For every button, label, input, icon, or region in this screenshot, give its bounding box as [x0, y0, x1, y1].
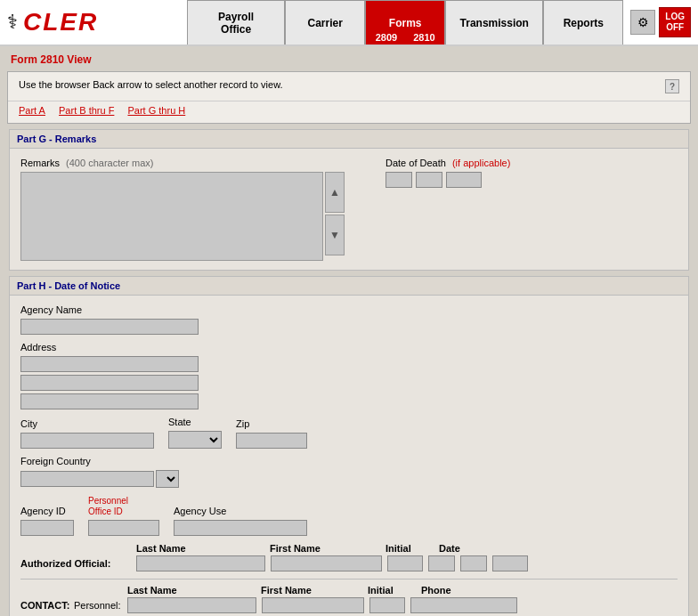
address-row: Address — [20, 342, 678, 409]
agency-name-label: Agency Name — [20, 304, 678, 315]
col-date-label: Date — [439, 543, 492, 554]
gear-icon: ⚙ — [637, 15, 649, 29]
agency-id-group: Agency ID — [20, 506, 74, 536]
personnel-contact-inputs — [127, 597, 517, 613]
date-death-month[interactable] — [386, 172, 412, 188]
personnel-sub-label: Personnel: — [74, 600, 127, 611]
nav-part-b-f[interactable]: Part B thru F — [59, 105, 114, 116]
agency-name-input[interactable] — [20, 319, 199, 335]
city-input[interactable] — [20, 433, 154, 449]
auth-col-headers: Last Name First Name Initial Date — [20, 543, 678, 554]
address-line3-input[interactable] — [20, 393, 199, 409]
info-box: Use the browser Back arrow to select ano… — [8, 72, 690, 101]
tab-forms[interactable]: Forms 2809 2810 — [365, 0, 445, 45]
logoff-button[interactable]: LOG OFF — [659, 7, 691, 37]
tab-carrier[interactable]: Carrier — [285, 0, 365, 45]
auth-date-y-input[interactable] — [492, 555, 528, 571]
part-g-content: Remarks (400 character max) ▲ ▼ Date of … — [10, 149, 688, 270]
auth-date-d-input[interactable] — [460, 555, 487, 571]
zip-group: Zip — [236, 418, 307, 449]
nav-part-g-h[interactable]: Part G thru H — [127, 105, 185, 116]
state-label: State — [168, 417, 222, 427]
contact-last-hdr: Last Name — [127, 585, 261, 596]
auth-initial-input[interactable] — [387, 555, 423, 571]
scroll-up-button[interactable]: ▲ — [325, 172, 345, 213]
agency-name-row: Agency Name — [20, 304, 678, 335]
col-initial-label: Initial — [386, 543, 439, 554]
part-h-header: Part H - Date of Notice — [10, 277, 688, 296]
foreign-country-row: Foreign Country — [20, 456, 678, 488]
date-death-label: Date of Death (if applicable) — [386, 158, 678, 168]
part-h-content: Agency Name Address City State — [10, 296, 688, 616]
help-icon[interactable]: ? — [665, 79, 679, 93]
contact-first-hdr: First Name — [261, 585, 368, 596]
right-controls: ⚙ LOG OFF — [623, 0, 698, 45]
city-state-zip-row: City State Zip — [20, 417, 678, 449]
agency-use-group: Agency Use — [174, 506, 307, 536]
agency-use-input[interactable] — [174, 520, 307, 536]
contact-initial-hdr: Initial — [368, 585, 421, 596]
contact-personnel-row: CONTACT: Personnel: — [20, 597, 678, 613]
scroll-buttons: ▲ ▼ — [325, 172, 345, 261]
nav-part-a[interactable]: Part A — [19, 105, 45, 116]
remarks-textarea[interactable] — [20, 172, 323, 261]
personnel-first-name-input[interactable] — [262, 597, 364, 613]
date-death-day[interactable] — [416, 172, 442, 188]
city-label: City — [20, 418, 154, 429]
auth-first-name-input[interactable] — [271, 555, 382, 571]
contact-col-headers: Last Name First Name Initial Phone — [20, 585, 678, 596]
logo-area: ⚕ CLER — [0, 0, 187, 45]
remarks-wrapper: ▲ ▼ — [20, 172, 350, 261]
page-content: Form 2810 View Use the browser Back arro… — [0, 46, 698, 616]
caduceus-icon: ⚕ — [7, 11, 18, 34]
zip-label: Zip — [236, 418, 307, 429]
tab-payroll-office[interactable]: Payroll Office — [187, 0, 285, 45]
date-death-inputs — [386, 172, 678, 188]
settings-button[interactable]: ⚙ — [630, 10, 655, 35]
app-header: ⚕ CLER Payroll Office Carrier Forms 2809… — [0, 0, 698, 46]
agency-id-input[interactable] — [20, 520, 74, 536]
remarks-label: Remarks (400 character max) — [20, 158, 350, 168]
auth-inputs — [136, 555, 528, 571]
personnel-office-id-input[interactable] — [88, 520, 159, 536]
main-card: Use the browser Back arrow to select ano… — [7, 71, 691, 124]
page-title: Form 2810 View — [4, 50, 694, 69]
info-text: Use the browser Back arrow to select ano… — [19, 79, 283, 90]
personnel-phone-input[interactable] — [410, 597, 517, 613]
agency-use-label: Agency Use — [174, 506, 307, 516]
zip-input[interactable] — [236, 433, 307, 449]
personnel-office-label: Personnel Office ID — [88, 495, 159, 516]
part-h-section: Part H - Date of Notice Agency Name Addr… — [9, 276, 689, 616]
address-line1-input[interactable] — [20, 356, 199, 372]
scroll-down-button[interactable]: ▼ — [325, 215, 345, 255]
personnel-initial-input[interactable] — [369, 597, 405, 613]
date-death-year[interactable] — [446, 172, 482, 188]
remarks-column: Remarks (400 character max) ▲ ▼ — [20, 158, 350, 261]
foreign-country-input[interactable] — [20, 471, 154, 487]
part-g-section: Part G - Remarks Remarks (400 character … — [9, 129, 689, 271]
tab-reports[interactable]: Reports — [543, 0, 623, 45]
city-group: City — [20, 418, 154, 449]
authorized-official-row: Authorized Official: — [20, 555, 678, 571]
foreign-country-select[interactable] — [156, 470, 179, 488]
tab-transmission[interactable]: Transmission — [445, 0, 543, 45]
part-nav: Part A Part B thru F Part G thru H — [8, 101, 690, 123]
auth-date-m-input[interactable] — [428, 555, 455, 571]
nav-tabs: Payroll Office Carrier Forms 2809 2810 T… — [187, 0, 623, 45]
date-death-column: Date of Death (if applicable) — [386, 158, 678, 261]
address-line2-input[interactable] — [20, 375, 199, 391]
foreign-country-label: Foreign Country — [20, 456, 678, 466]
contact-section: Last Name First Name Initial Phone CONTA… — [20, 579, 678, 616]
agency-id-row: Agency ID Personnel Office ID Agency Use — [20, 495, 678, 536]
personnel-office-group: Personnel Office ID — [88, 495, 159, 536]
state-select[interactable] — [168, 431, 222, 449]
app-logo: CLER — [23, 8, 98, 36]
address-label: Address — [20, 342, 678, 353]
auth-last-name-input[interactable] — [136, 555, 265, 571]
personnel-last-name-input[interactable] — [127, 597, 256, 613]
state-group: State — [168, 417, 222, 449]
col-last-name-label: Last Name — [136, 543, 270, 554]
contact-main-label: CONTACT: — [20, 600, 74, 611]
forms-numbers: 2809 2810 — [376, 32, 435, 43]
part-g-header: Part G - Remarks — [10, 130, 688, 149]
